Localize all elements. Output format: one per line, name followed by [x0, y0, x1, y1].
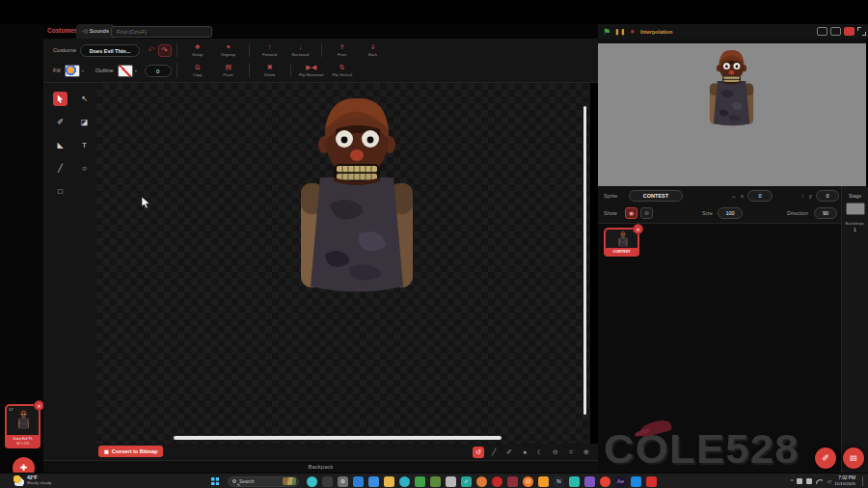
fill-tool[interactable]: ◣	[53, 138, 68, 152]
vertical-scrollbar[interactable]	[583, 106, 586, 415]
normal-stage-button[interactable]	[830, 27, 841, 36]
widgets-icon[interactable]	[322, 476, 333, 487]
hide-sprite-toggle[interactable]: ⊘	[640, 207, 653, 219]
teal-app-icon[interactable]	[569, 476, 580, 487]
zoom-out-button[interactable]: ⊖	[550, 447, 561, 458]
pause-icon[interactable]: ❚❚	[614, 28, 626, 35]
undo-button[interactable]: ↶	[148, 45, 155, 55]
small-stage-button[interactable]	[817, 27, 827, 36]
shield-app-icon[interactable]	[507, 476, 518, 487]
zoom-reset-button[interactable]: =	[565, 447, 577, 458]
show-sprite-toggle[interactable]: ◉	[625, 207, 637, 219]
orange-app-icon[interactable]	[476, 476, 487, 487]
add-sprite-button[interactable]: ✐	[815, 447, 836, 469]
oval-mini-button[interactable]: ●	[519, 447, 530, 458]
fill-color-swatch[interactable]	[65, 65, 80, 77]
grass-block-icon[interactable]	[430, 476, 441, 487]
ungroup-button[interactable]: ✦Ungroup	[214, 43, 243, 57]
horizontal-scrollbar[interactable]	[174, 436, 502, 440]
convert-to-bitmap-button[interactable]: ▦Convert to Bitmap	[98, 446, 163, 457]
copilot-icon[interactable]	[307, 476, 317, 487]
eraser-tool[interactable]: ◪	[77, 115, 92, 129]
line-tool[interactable]: ╱	[53, 161, 68, 176]
tab-sounds[interactable]: ◁)Sounds	[76, 24, 115, 39]
large-stage-button[interactable]	[844, 27, 854, 36]
group-button[interactable]: ❖Group	[183, 43, 212, 57]
zoom-in-button[interactable]: ⊕	[581, 447, 592, 458]
purple-folder-icon[interactable]	[584, 476, 595, 487]
forward-button[interactable]: ↑Forward	[256, 43, 285, 57]
taskbar-clock[interactable]: 7:02 PM 11/15/2025	[834, 475, 855, 486]
backpack-bar[interactable]: Backpack	[43, 460, 598, 474]
stage-preview[interactable]	[598, 39, 866, 186]
x-input[interactable]: 0	[747, 190, 773, 202]
redo-button[interactable]: ↷	[158, 44, 172, 57]
tab-costumes[interactable]: Costumes	[47, 27, 77, 34]
mouse-settings-icon[interactable]	[446, 476, 456, 487]
stop-icon[interactable]: ●	[630, 27, 635, 36]
todo-check-icon[interactable]: ✓	[461, 476, 472, 487]
add-backdrop-button[interactable]: ▤	[843, 447, 864, 469]
paste-button[interactable]: ▤Paste	[214, 64, 243, 77]
delete-button[interactable]: ✖Delete	[256, 64, 285, 77]
weather-widget[interactable]: 42°F Mostly cloudy	[14, 475, 51, 486]
edge-browser-icon[interactable]	[399, 476, 410, 487]
circle-tool[interactable]: ○	[77, 161, 92, 176]
blue-app-icon[interactable]	[631, 476, 641, 487]
volume-icon[interactable]: ◁	[827, 478, 830, 484]
select-tool[interactable]	[53, 92, 68, 106]
brush-tool[interactable]: ✐	[53, 115, 68, 129]
chrome-icon[interactable]	[600, 476, 610, 487]
reshape-tool[interactable]: ↖	[77, 92, 92, 106]
back-button[interactable]: ⇓Back	[359, 43, 388, 57]
costume-name-input[interactable]: Does Evil Thin...	[80, 44, 140, 57]
teams-icon[interactable]	[368, 476, 379, 487]
tray-icon[interactable]	[806, 478, 812, 484]
flip-horizontal-button[interactable]: ▶◀Flip Horizontal	[297, 64, 326, 77]
minecraft-icon[interactable]	[415, 476, 425, 487]
y-input[interactable]: 0	[816, 190, 839, 202]
stage-thumbnail[interactable]	[846, 203, 865, 215]
taskbar-search[interactable]: Search	[228, 476, 299, 487]
center-view-button[interactable]: ↺	[473, 447, 484, 458]
find-input[interactable]	[111, 26, 212, 38]
brush-mini-button[interactable]: ✐	[503, 447, 515, 458]
node-tool-button[interactable]: ╱	[488, 447, 500, 458]
direction-label: Direction	[787, 210, 808, 216]
text-tool[interactable]: T	[77, 138, 92, 152]
outline-width-input[interactable]: 0	[145, 65, 172, 77]
copy-button[interactable]: ⧉Copy	[183, 64, 212, 77]
flip-vertical-button[interactable]: ⇅Flip Vertical	[328, 64, 357, 77]
start-button[interactable]	[211, 477, 219, 485]
rectangle-tool[interactable]: □	[53, 184, 68, 199]
green-flag-icon[interactable]: ⚑	[603, 27, 610, 37]
costume-card[interactable]: 17 ✕ Does Evil Th 967 x 526	[5, 404, 41, 448]
notion-app-icon[interactable]: N	[554, 476, 564, 487]
size-input[interactable]: 100	[718, 207, 743, 219]
wifi-icon[interactable]	[816, 479, 823, 484]
interpolation-label[interactable]: Interpolation	[640, 29, 672, 35]
outline-color-swatch[interactable]	[118, 65, 133, 77]
character-artwork[interactable]	[291, 89, 422, 320]
direction-input[interactable]: 90	[814, 207, 837, 219]
after-effects-icon[interactable]: Ae	[615, 476, 626, 487]
dark-mode-button[interactable]: ☾	[534, 447, 546, 458]
show-desktop-button[interactable]	[862, 476, 863, 486]
backward-button[interactable]: ↓Backward	[286, 43, 315, 57]
paint-canvas[interactable]	[96, 83, 590, 444]
hidden-icons-caret[interactable]: ^	[791, 478, 794, 484]
record-app-icon[interactable]	[492, 476, 502, 487]
origin-app-icon[interactable]: O	[523, 476, 533, 487]
sprite-card[interactable]: ✕ CONTEST	[604, 228, 639, 257]
tray-icon[interactable]	[797, 478, 802, 484]
file-explorer-icon[interactable]	[384, 476, 394, 487]
sprite-name-input[interactable]: CONTEST	[629, 190, 683, 202]
turbowarp-active-icon[interactable]	[646, 476, 657, 487]
settings-gear-icon[interactable]: ⚙	[338, 476, 348, 487]
delete-sprite-badge[interactable]: ✕	[633, 224, 643, 234]
front-button[interactable]: ⇑Front	[328, 43, 357, 57]
flame-app-icon[interactable]	[538, 476, 549, 487]
mail-app-icon[interactable]	[353, 476, 364, 487]
fullscreen-icon[interactable]	[857, 27, 866, 36]
sprite-on-stage[interactable]	[706, 46, 757, 137]
